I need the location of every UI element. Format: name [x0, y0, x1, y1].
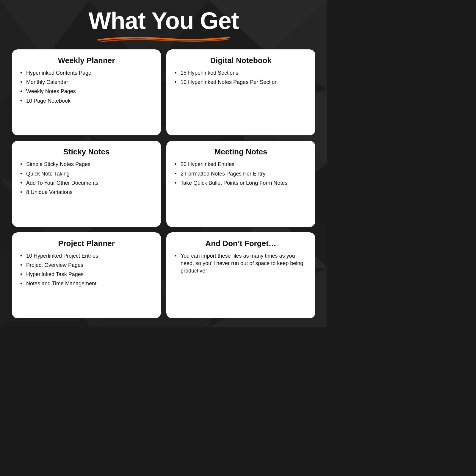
card-weekly-planner: Weekly PlannerHyperlinked Contents PageM…: [12, 49, 161, 135]
card-meeting-notes: Meeting Notes20 Hyperlinked Entries2 For…: [166, 141, 315, 227]
card-list-sticky-notes: Simple Sticky Notes PagesQuick Note Taki…: [20, 161, 153, 198]
list-item: 15 Hyperlinked Sections: [175, 69, 307, 77]
list-item: 10 Page Notebook: [20, 97, 153, 105]
card-title-digital-notebook: Digital Notebook: [175, 56, 307, 65]
card-title-dont-forget: And Don’t Forget…: [175, 239, 307, 248]
card-digital-notebook: Digital Notebook15 Hyperlinked Sections1…: [166, 49, 315, 135]
list-item: You can import these files as many times…: [175, 252, 307, 275]
list-item: Notes and Time Management: [20, 280, 153, 287]
list-item: Weekly Notes Pages: [20, 88, 153, 95]
list-item: Take Quick Bullet Points or Long Form No…: [175, 179, 307, 187]
card-list-project-planner: 10 Hyperlinked Project EntriesProject Ov…: [20, 252, 153, 289]
list-item: 2 Formatted Notes Pages Per Entry: [175, 170, 307, 178]
card-sticky-notes: Sticky NotesSimple Sticky Notes PagesQui…: [12, 141, 161, 227]
cards-grid: Weekly PlannerHyperlinked Contents PageM…: [12, 49, 315, 318]
list-item: 10 Hyperlinked Project Entries: [20, 252, 153, 260]
list-item: Hyperlinked Contents Page: [20, 69, 153, 77]
card-list-weekly-planner: Hyperlinked Contents PageMonthly Calenda…: [20, 69, 153, 107]
list-item: 20 Hyperlinked Entries: [175, 161, 307, 168]
card-list-dont-forget: You can import these files as many times…: [175, 252, 307, 277]
list-item: Quick Note Taking: [20, 170, 153, 178]
header-section: What You Get: [12, 9, 315, 43]
list-item: Monthly Calendar: [20, 79, 153, 86]
card-title-weekly-planner: Weekly Planner: [20, 56, 153, 65]
card-title-project-planner: Project Planner: [20, 239, 153, 248]
list-item: 10 Hyperlinked Notes Pages Per Section: [175, 79, 307, 86]
card-title-meeting-notes: Meeting Notes: [175, 147, 307, 156]
page-wrapper: What You Get Weekly PlannerHyperlinked C…: [0, 0, 327, 327]
title-underline: [92, 35, 235, 43]
card-list-meeting-notes: 20 Hyperlinked Entries2 Formatted Notes …: [175, 161, 307, 189]
list-item: 8 Unique Variations: [20, 189, 153, 196]
list-item: Simple Sticky Notes Pages: [20, 161, 153, 168]
card-title-sticky-notes: Sticky Notes: [20, 147, 153, 156]
card-dont-forget: And Don’t Forget…You can import these fi…: [166, 232, 315, 318]
card-list-digital-notebook: 15 Hyperlinked Sections10 Hyperlinked No…: [175, 69, 307, 88]
list-item: Add To Your Other Documents: [20, 179, 153, 187]
card-project-planner: Project Planner10 Hyperlinked Project En…: [12, 232, 161, 318]
list-item: Hyperlinked Task Pages: [20, 271, 153, 278]
list-item: Project Overview Pages: [20, 262, 153, 269]
page-title: What You Get: [12, 9, 315, 33]
